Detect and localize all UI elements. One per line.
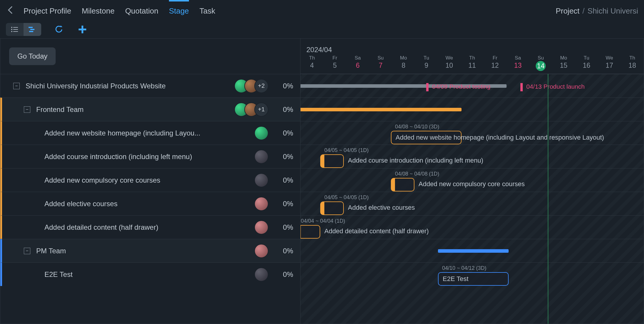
nav-tabs: Project ProfileMilestoneQuotationStageTa… (24, 1, 215, 21)
assignee-avatars: +2 (234, 79, 268, 93)
nav-tab-milestone[interactable]: Milestone (82, 1, 114, 21)
day-16: Tu16 (575, 55, 598, 71)
milestone-marker[interactable] (520, 83, 523, 91)
svg-rect-10 (79, 29, 86, 30)
gantt-row (301, 97, 644, 121)
milestone-marker[interactable] (426, 83, 429, 91)
task-bar[interactable] (320, 201, 344, 215)
assignee-avatars (254, 267, 268, 282)
nav-tab-project-profile[interactable]: Project Profile (24, 1, 71, 21)
avatar[interactable] (254, 220, 268, 234)
task-percent: 0% (275, 105, 293, 114)
task-row[interactable]: Added detailed content (half drawer)0% (0, 215, 300, 239)
summary-bar[interactable] (300, 108, 462, 111)
month-label: 2024/04 (306, 46, 332, 54)
avatar-more[interactable]: +2 (254, 79, 268, 93)
task-title: Added course introduction (including lef… (44, 153, 254, 161)
timeline-pane: 2024/04 Th4Fr5Sa6Su7Mo8Tu9We10Th11Fr12Sa… (300, 38, 644, 324)
back-button[interactable] (6, 4, 15, 18)
task-row[interactable]: Added new compulsory core courses0% (0, 168, 300, 192)
header: Project ProfileMilestoneQuotationStageTa… (0, 0, 644, 21)
day-9: Tu9 (415, 55, 438, 71)
day-4: Th4 (301, 55, 323, 71)
assignee-avatars (254, 220, 268, 234)
task-percent: 0% (275, 153, 293, 161)
gantt-row: 04/04 ~ 04/04 (1D)Added detailed content… (301, 215, 644, 239)
task-row[interactable]: Added elective courses0% (0, 192, 300, 215)
timeline-header: 2024/04 Th4Fr5Sa6Su7Mo8Tu9We10Th11Fr12Sa… (301, 39, 644, 74)
breadcrumb-root[interactable]: Project (556, 6, 580, 16)
task-title: Added elective courses (44, 200, 254, 208)
task-row[interactable]: Added course introduction (including lef… (0, 145, 300, 168)
task-percent: 0% (275, 223, 293, 232)
task-percent: 0% (275, 176, 293, 184)
gantt-row: 04/10 ~ 04/12 (3D)E2E Test (301, 262, 644, 286)
list-view-button[interactable] (6, 23, 24, 36)
collapse-toggle[interactable]: − (13, 83, 20, 89)
svg-rect-1 (13, 27, 18, 28)
refresh-icon (54, 25, 64, 34)
svg-rect-5 (13, 31, 18, 32)
avatar[interactable] (254, 173, 268, 187)
avatar[interactable] (254, 244, 268, 258)
svg-rect-8 (29, 31, 33, 32)
task-bar-label: Added new compulsory core courses (419, 180, 525, 188)
gantt-row: 04/09 Product testing04/13 Product launc… (301, 74, 644, 97)
nav-tab-quotation[interactable]: Quotation (125, 1, 158, 21)
assignee-avatars (254, 126, 268, 140)
day-7: Su7 (369, 55, 392, 71)
collapse-toggle[interactable]: − (24, 106, 30, 113)
day-18: Th18 (621, 55, 644, 71)
task-bar[interactable]: Added new website homepage (including La… (391, 131, 462, 144)
gantt-row: 04/05 ~ 04/05 (1D)Added course introduct… (301, 145, 644, 168)
svg-point-4 (11, 31, 12, 32)
task-row[interactable]: Added new website homepage (including La… (0, 121, 300, 145)
task-percent: 0% (275, 129, 293, 137)
avatar[interactable] (254, 126, 268, 140)
breadcrumb-current: Shichi Universi (587, 6, 638, 16)
main: Go Today −Shichi University Industrial P… (0, 38, 644, 324)
task-title: Added new compulsory core courses (44, 176, 254, 184)
task-title: E2E Test (44, 270, 254, 279)
milestone-label: 04/13 Product launch (526, 83, 585, 90)
svg-rect-3 (13, 29, 18, 30)
chevron-left-icon (8, 6, 13, 14)
avatar[interactable] (254, 150, 268, 164)
task-bar[interactable] (391, 178, 414, 191)
day-13: Sa13 (507, 55, 530, 71)
nav-tab-task[interactable]: Task (200, 1, 215, 21)
gantt-row: 04/05 ~ 04/05 (1D)Added elective courses (301, 192, 644, 215)
refresh-button[interactable] (53, 24, 65, 35)
task-title: Shichi University Industrial Products We… (26, 82, 234, 90)
assignee-avatars (254, 150, 268, 164)
avatar-more[interactable]: +1 (254, 103, 268, 117)
avatar[interactable] (254, 267, 268, 282)
task-title: Added detailed content (half drawer) (44, 223, 254, 232)
task-bar[interactable]: E2E Test (438, 272, 509, 286)
task-bar[interactable] (300, 225, 320, 239)
nav-tab-stage[interactable]: Stage (169, 1, 189, 21)
task-bar-label: Added elective courses (348, 204, 415, 211)
collapse-toggle[interactable]: − (24, 248, 30, 254)
gantt-row: 04/08 ~ 04/10 (3D)Added new website home… (301, 121, 644, 145)
task-row[interactable]: E2E Test0% (0, 262, 300, 286)
day-10: We10 (438, 55, 461, 71)
day-12: Fr12 (484, 55, 507, 71)
task-date-range: 04/05 ~ 04/05 (1D) (324, 194, 369, 201)
task-bar[interactable] (320, 154, 344, 168)
task-date-range: 04/10 ~ 04/12 (3D) (442, 265, 487, 271)
svg-point-2 (11, 29, 12, 30)
task-row[interactable]: −PM Team0% (0, 239, 300, 262)
task-row[interactable]: −Frontend Team+10% (0, 97, 300, 121)
days-row: Th4Fr5Sa6Su7Mo8Tu9We10Th11Fr12Sa13Su14Mo… (301, 55, 644, 71)
gantt-view-button[interactable] (24, 23, 41, 36)
avatar[interactable] (254, 197, 268, 211)
task-row[interactable]: −Shichi University Industrial Products W… (0, 74, 300, 97)
go-today-button[interactable]: Go Today (9, 47, 56, 65)
add-button[interactable] (77, 24, 88, 35)
svg-point-0 (11, 27, 12, 28)
summary-bar[interactable] (438, 249, 509, 253)
breadcrumb-separator: / (582, 6, 585, 16)
task-date-range: 04/08 ~ 04/10 (3D) (395, 124, 439, 130)
milestone-label: 04/09 Product testing (432, 83, 490, 90)
